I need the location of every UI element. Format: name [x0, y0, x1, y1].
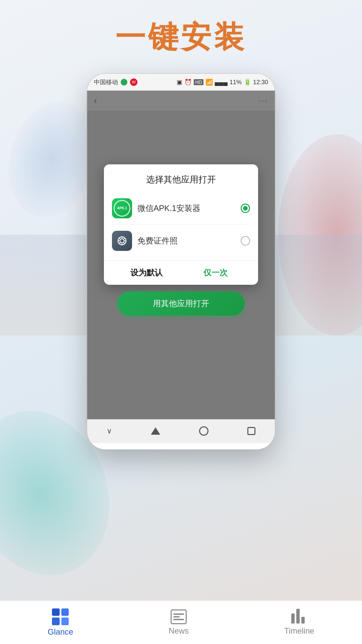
time-display: 12:30 — [253, 79, 268, 86]
gc-4 — [61, 618, 69, 625]
tab-news-line-2 — [173, 616, 180, 618]
carrier-text: 中国移动 — [94, 78, 118, 86]
app-content: ‹ ··· 选择其他应用打开 APK.1 微信APK.1安装器 — [87, 91, 275, 419]
wifi-icon: 📶 — [205, 78, 213, 86]
sim-icon: ▣ — [177, 78, 182, 86]
tab-news-line-3 — [173, 619, 184, 620]
tl-bar-a — [291, 613, 295, 624]
dialog-overlay: 选择其他应用打开 APK.1 微信APK.1安装器 — [87, 91, 275, 419]
radio-selected-1[interactable] — [241, 204, 250, 213]
tab-news[interactable]: News — [155, 606, 202, 639]
tab-glance-icon — [52, 608, 69, 625]
radio-dot-1 — [243, 206, 248, 211]
nav-back-triangle[interactable] — [151, 427, 160, 435]
status-right: ▣ ⏰ HD 📶 ▄▄▄ 11% 🔋 12:30 — [177, 78, 268, 86]
option-apk-installer[interactable]: APK.1 微信APK.1安装器 — [104, 192, 258, 224]
carrier-icon — [121, 79, 127, 86]
tl-bar-c — [301, 617, 305, 624]
option1-label: 微信APK.1安装器 — [137, 203, 241, 214]
status-left: 中国移动 W — [94, 78, 137, 86]
apk-bubble: APK.1 — [114, 200, 130, 217]
radio-unselected-2[interactable] — [241, 236, 250, 246]
svg-line-7 — [123, 242, 125, 244]
nav-recent-rect[interactable] — [247, 427, 255, 435]
set-default-button[interactable]: 设为默认 — [112, 267, 181, 278]
apk-label: APK.1 — [117, 207, 127, 210]
dialog-actions: 设为默认 仅一次 — [104, 260, 258, 285]
tab-glance-label: Glance — [48, 627, 73, 637]
battery-icon: 🔋 — [244, 78, 251, 86]
apk-app-icon: APK.1 — [112, 198, 132, 218]
tab-news-label: News — [169, 626, 189, 636]
nav-chevron[interactable]: ∨ — [107, 427, 112, 435]
tab-glance[interactable]: Glance — [34, 605, 86, 640]
svg-line-8 — [123, 238, 125, 239]
bottom-tabs-outer: Glance News Timeline — [0, 600, 362, 644]
dialog-title: 选择其他应用打开 — [104, 164, 258, 192]
gc-3 — [52, 618, 60, 625]
tab-timeline-icon — [291, 609, 307, 624]
signal-bars: ▄▄▄ — [215, 79, 228, 86]
alarm-icon: ⏰ — [184, 78, 192, 86]
android-nav-bar: ∨ — [87, 419, 275, 443]
gc-1 — [52, 608, 60, 616]
tab-timeline-label: Timeline — [284, 626, 314, 636]
app-chooser-dialog: 选择其他应用打开 APK.1 微信APK.1安装器 — [104, 164, 258, 285]
status-bar: 中国移动 W ▣ ⏰ HD 📶 ▄▄▄ 11% 🔋 12:30 — [87, 74, 275, 91]
phone-frame: 中国移动 W ▣ ⏰ HD 📶 ▄▄▄ 11% 🔋 12:30 ‹ ··· 选择… — [87, 74, 275, 449]
once-button[interactable]: 仅一次 — [181, 267, 250, 278]
tab-timeline[interactable]: Timeline — [271, 606, 328, 639]
nav-home-circle[interactable] — [199, 426, 208, 436]
tab-news-line-1 — [173, 613, 184, 615]
camera-svg-icon — [116, 235, 128, 247]
svg-line-9 — [119, 242, 121, 244]
gc-2 — [61, 608, 69, 616]
camera-app-icon — [112, 231, 132, 251]
battery-text: 11% — [230, 79, 242, 86]
tab-news-icon — [171, 609, 187, 624]
open-other-button[interactable]: 用其他应用打开 — [117, 291, 245, 316]
hd-icon: HD — [194, 79, 203, 85]
svg-line-6 — [119, 238, 121, 239]
app-bottom-nav: Glance News — [87, 443, 275, 449]
weibo-icon: W — [130, 78, 137, 86]
page-title: 一键安装 — [0, 17, 362, 58]
option2-label: 免费证件照 — [137, 235, 241, 246]
option-free-photo[interactable]: 免费证件照 — [104, 225, 258, 257]
tl-bar-b — [296, 609, 300, 624]
